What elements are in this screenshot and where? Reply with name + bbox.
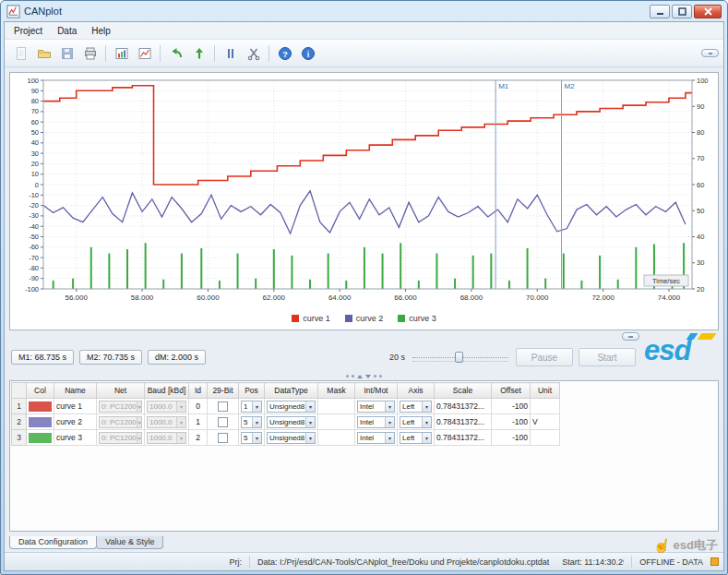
export-image-button[interactable] — [111, 42, 132, 64]
new-button[interactable] — [10, 42, 31, 64]
bit29-checkbox[interactable] — [218, 433, 228, 443]
offset-value[interactable]: -100 — [492, 430, 531, 446]
svg-text:-100: -100 — [25, 285, 39, 293]
axis-select[interactable]: Left▾ — [400, 432, 432, 444]
offset-value[interactable]: -100 — [492, 414, 531, 430]
axis-select[interactable]: Left▾ — [400, 401, 432, 413]
datatype-select[interactable]: Unsigned8▾ — [267, 401, 316, 413]
pos-select[interactable]: 1▾ — [241, 401, 262, 413]
baud-select[interactable]: 1000.0▾ — [147, 401, 186, 413]
mask-value[interactable] — [318, 430, 355, 446]
svg-text:60.000: 60.000 — [197, 293, 220, 302]
intmot-select[interactable]: Intel▾ — [357, 401, 395, 413]
column-header[interactable]: Col — [27, 383, 54, 399]
help-button[interactable]: ? — [274, 42, 295, 64]
column-header[interactable]: Baud [kBd] — [145, 383, 189, 399]
print-button[interactable] — [79, 42, 101, 64]
plot-area[interactable]: -100-90-80-70-60-50-40-30-20-10010203040… — [10, 73, 718, 309]
settings-button[interactable] — [243, 42, 264, 64]
column-header[interactable]: Net — [97, 383, 145, 399]
curve-name[interactable]: curve 1 — [54, 399, 97, 414]
save-button[interactable] — [56, 42, 78, 64]
column-header[interactable]: Int/Mot — [355, 383, 398, 399]
time-window-slider[interactable] — [411, 350, 510, 365]
svg-text:58.000: 58.000 — [131, 293, 154, 302]
undo-zoom-button[interactable] — [165, 42, 186, 64]
unit-value[interactable] — [531, 399, 560, 414]
color-swatch-cell[interactable] — [27, 414, 54, 430]
column-header[interactable]: Offset — [492, 383, 531, 399]
tab-value-style[interactable]: Value & Style — [96, 536, 163, 549]
close-button[interactable] — [694, 5, 722, 18]
pause-button[interactable]: Pause — [516, 348, 573, 366]
color-swatch[interactable] — [29, 417, 52, 427]
unit-value[interactable]: V — [531, 414, 560, 430]
watermark-text: esd电子 — [674, 537, 718, 554]
datatype-select[interactable]: Unsigned8▾ — [267, 432, 316, 444]
table-splitter-grip[interactable] — [9, 372, 719, 380]
open-button[interactable] — [33, 42, 54, 64]
column-header[interactable]: DataType — [265, 383, 318, 399]
column-header[interactable]: Pos — [239, 383, 265, 399]
column-header[interactable]: Mask — [318, 383, 355, 399]
collapse-controls-button[interactable] — [622, 332, 639, 341]
column-header[interactable]: Name — [54, 383, 97, 399]
baud-select[interactable]: 1000.0▾ — [147, 432, 186, 444]
bit29-checkbox[interactable] — [218, 401, 228, 412]
minimize-button[interactable] — [650, 5, 670, 18]
maximize-button[interactable] — [672, 5, 692, 18]
markers-button[interactable] — [220, 42, 241, 64]
color-swatch[interactable] — [29, 401, 52, 412]
curve-name[interactable]: curve 2 — [54, 414, 97, 430]
column-header[interactable]: Unit — [531, 383, 560, 399]
curve-name[interactable]: curve 3 — [54, 430, 97, 446]
titlebar[interactable]: CANplot — [4, 1, 724, 21]
intmot-select[interactable]: Intel▾ — [357, 416, 395, 428]
color-swatch-cell[interactable] — [27, 430, 54, 446]
redo-zoom-button[interactable] — [188, 42, 209, 64]
row-number[interactable]: 1 — [12, 399, 27, 414]
chart-splitter[interactable] — [9, 330, 719, 342]
scale-value[interactable]: 0.78431372... — [435, 399, 492, 414]
column-header[interactable]: Id — [189, 383, 208, 399]
net-select[interactable]: 0: PC1200▾ — [99, 401, 142, 413]
net-select[interactable]: 0: PC1200▾ — [99, 416, 142, 428]
plot-svg[interactable]: -100-90-80-70-60-50-40-30-20-10010203040… — [10, 73, 722, 309]
intmot-select[interactable]: Intel▾ — [357, 432, 395, 444]
offset-value[interactable]: -100 — [492, 399, 531, 414]
net-select[interactable]: 0: PC1200▾ — [99, 432, 142, 444]
baud-select[interactable]: 1000.0▾ — [147, 416, 186, 428]
color-swatch[interactable] — [29, 433, 52, 443]
scale-value[interactable]: 0.78431372... — [435, 414, 492, 430]
tab-data-configuration[interactable]: Data Configuration — [9, 536, 97, 549]
row-number[interactable]: 3 — [12, 430, 27, 446]
about-button[interactable]: i — [297, 42, 318, 64]
slider-thumb[interactable] — [455, 352, 463, 363]
id-value[interactable]: 0 — [189, 399, 208, 414]
svg-text:70: 70 — [31, 107, 39, 115]
color-swatch-cell[interactable] — [27, 399, 54, 414]
unit-value[interactable] — [531, 430, 560, 446]
bit29-checkbox[interactable] — [218, 417, 228, 427]
pos-select[interactable]: 5▾ — [241, 416, 262, 428]
id-value[interactable]: 2 — [189, 430, 208, 446]
menu-project[interactable]: Project — [6, 24, 50, 38]
row-number[interactable]: 2 — [12, 414, 27, 430]
menu-help[interactable]: Help — [84, 24, 118, 38]
column-header[interactable]: Axis — [398, 383, 435, 399]
export-curve-icon — [137, 46, 152, 61]
axis-select[interactable]: Left▾ — [400, 416, 432, 428]
export-curve-button[interactable] — [134, 42, 155, 64]
mask-value[interactable] — [318, 399, 355, 414]
pos-select[interactable]: 5▾ — [241, 432, 262, 444]
collapse-chart-button[interactable] — [701, 49, 719, 57]
column-header[interactable]: Scale — [435, 383, 492, 399]
mask-value[interactable] — [318, 414, 355, 430]
id-value[interactable]: 1 — [189, 414, 208, 430]
start-button[interactable]: Start — [579, 348, 636, 366]
menu-data[interactable]: Data — [50, 24, 84, 38]
svg-text:40: 40 — [31, 138, 39, 147]
scale-value[interactable]: 0.78431372... — [435, 430, 492, 446]
column-header[interactable]: 29-Bit — [208, 383, 239, 399]
datatype-select[interactable]: Unsigned8▾ — [267, 416, 316, 428]
